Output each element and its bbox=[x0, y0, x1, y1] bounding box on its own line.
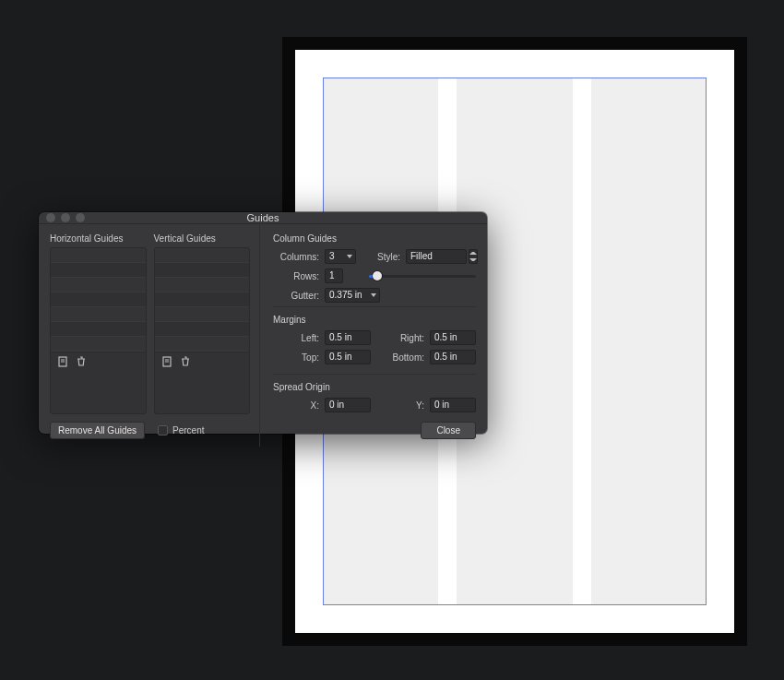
spread-origin-section: Spread Origin bbox=[273, 382, 476, 392]
percent-checkbox[interactable] bbox=[158, 425, 168, 435]
guides-settings-pane: Column Guides Columns: 3 Style: Filled bbox=[260, 224, 487, 447]
list-row[interactable] bbox=[51, 278, 146, 292]
delete-vertical-guide-icon[interactable] bbox=[179, 355, 192, 368]
list-row[interactable] bbox=[155, 278, 250, 292]
columns-label: Columns: bbox=[273, 252, 325, 262]
list-row[interactable] bbox=[51, 322, 146, 337]
gutter-label: Gutter: bbox=[273, 291, 325, 301]
list-row[interactable] bbox=[51, 248, 146, 263]
dialog-title: Guides bbox=[39, 212, 487, 223]
list-row[interactable] bbox=[155, 248, 250, 263]
list-row[interactable] bbox=[51, 263, 146, 278]
style-value: Filled bbox=[410, 250, 433, 263]
gutter-value: 0.375 in bbox=[329, 289, 362, 302]
margin-top-input[interactable]: 0.5 in bbox=[325, 350, 371, 364]
zoom-window-icon[interactable] bbox=[76, 213, 85, 222]
guides-dialog: Guides Horizontal Guides bbox=[39, 212, 487, 434]
titlebar[interactable]: Guides bbox=[39, 212, 487, 224]
columns-select[interactable]: 3 bbox=[325, 249, 356, 264]
divider bbox=[273, 374, 476, 375]
style-select[interactable]: Filled bbox=[406, 249, 467, 264]
columns-value: 3 bbox=[329, 250, 335, 263]
close-window-icon[interactable] bbox=[46, 213, 55, 222]
vertical-guides-label: Vertical Guides bbox=[154, 233, 251, 244]
guides-lists-pane: Horizontal Guides bbox=[39, 224, 260, 447]
chevron-down-icon bbox=[371, 293, 376, 297]
chevron-down-icon bbox=[347, 255, 352, 258]
list-row[interactable] bbox=[155, 307, 250, 322]
list-row[interactable] bbox=[155, 337, 250, 352]
spread-x-input[interactable]: 0 in bbox=[325, 398, 371, 412]
rows-input[interactable]: 1 bbox=[325, 268, 343, 283]
window-controls bbox=[46, 212, 85, 223]
column-guides-section: Column Guides bbox=[273, 233, 476, 244]
vertical-guides-list[interactable] bbox=[154, 247, 251, 414]
list-row[interactable] bbox=[51, 337, 146, 352]
close-button[interactable]: Close bbox=[421, 422, 476, 439]
list-row[interactable] bbox=[155, 322, 250, 337]
percent-label: Percent bbox=[172, 425, 204, 435]
divider bbox=[273, 306, 476, 307]
rows-slider[interactable] bbox=[369, 268, 476, 283]
spread-y-input[interactable]: 0 in bbox=[430, 398, 476, 412]
margin-bottom-label: Bottom: bbox=[378, 352, 430, 363]
add-horizontal-guide-icon[interactable] bbox=[56, 355, 69, 368]
style-stepper[interactable] bbox=[469, 249, 478, 264]
margin-top-label: Top: bbox=[273, 352, 325, 363]
horizontal-guides-label: Horizontal Guides bbox=[50, 233, 147, 244]
add-vertical-guide-icon[interactable] bbox=[160, 355, 173, 368]
margin-left-label: Left: bbox=[273, 333, 325, 343]
spread-y-label: Y: bbox=[378, 400, 430, 411]
margin-right-input[interactable]: 0.5 in bbox=[430, 330, 476, 345]
margin-right-label: Right: bbox=[378, 333, 430, 343]
margins-section: Margins bbox=[273, 315, 476, 325]
margin-bottom-input[interactable]: 0.5 in bbox=[430, 350, 476, 364]
gutter-select[interactable]: 0.375 in bbox=[325, 288, 380, 303]
list-row[interactable] bbox=[155, 292, 250, 307]
margin-left-input[interactable]: 0.5 in bbox=[325, 330, 371, 345]
minimize-window-icon[interactable] bbox=[61, 213, 70, 222]
spread-x-label: X: bbox=[273, 400, 325, 411]
horizontal-guides-list[interactable] bbox=[50, 247, 147, 414]
rows-label: Rows: bbox=[273, 271, 325, 281]
style-label: Style: bbox=[369, 252, 406, 262]
remove-all-guides-button[interactable]: Remove All Guides bbox=[50, 422, 145, 439]
delete-horizontal-guide-icon[interactable] bbox=[75, 355, 88, 368]
list-row[interactable] bbox=[51, 307, 146, 322]
list-row[interactable] bbox=[51, 292, 146, 307]
list-row[interactable] bbox=[155, 263, 250, 278]
